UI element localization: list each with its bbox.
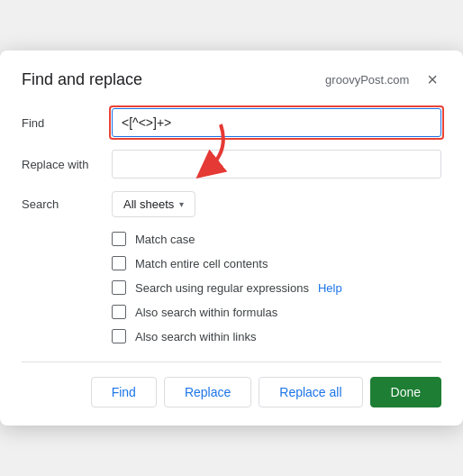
replace-with-row: Replace with xyxy=(22,150,441,178)
search-dropdown-label: All sheets xyxy=(123,197,174,211)
dialog-title: Find and replace xyxy=(22,70,142,89)
chevron-down-icon: ▾ xyxy=(179,199,184,209)
find-row: Find xyxy=(22,108,441,137)
watermark: groovyPost.com xyxy=(325,73,409,87)
find-replace-dialog: Find and replace groovyPost.com × Find R… xyxy=(0,50,463,426)
done-button[interactable]: Done xyxy=(370,377,441,407)
within-links-label: Also search within links xyxy=(135,330,256,343)
match-entire-label: Match entire cell contents xyxy=(135,257,268,270)
checkbox-within-formulas: Also search within formulas xyxy=(112,305,441,319)
checkbox-within-links: Also search within links xyxy=(112,329,441,343)
dialog-header: Find and replace groovyPost.com × xyxy=(22,69,441,90)
regex-checkbox[interactable] xyxy=(112,280,126,295)
replace-button[interactable]: Replace xyxy=(164,377,251,407)
find-button[interactable]: Find xyxy=(91,377,157,407)
checkbox-match-case: Match case xyxy=(112,232,441,246)
within-formulas-label: Also search within formulas xyxy=(135,306,277,319)
dialog-footer: Find Replace Replace all Done xyxy=(22,362,441,407)
close-button[interactable]: × xyxy=(423,69,441,90)
regex-help-link[interactable]: Help xyxy=(318,281,342,295)
match-entire-checkbox[interactable] xyxy=(112,256,126,270)
search-row: Search All sheets ▾ xyxy=(22,191,441,217)
search-dropdown[interactable]: All sheets ▾ xyxy=(112,191,195,217)
replace-with-input[interactable] xyxy=(112,150,441,178)
find-input-wrapper xyxy=(112,108,441,137)
within-links-checkbox[interactable] xyxy=(112,329,126,343)
checkbox-match-entire: Match entire cell contents xyxy=(112,256,441,270)
replace-all-button[interactable]: Replace all xyxy=(259,377,362,407)
match-case-checkbox[interactable] xyxy=(112,232,126,246)
checkboxes-group: Match case Match entire cell contents Se… xyxy=(112,232,441,343)
find-label: Find xyxy=(22,116,112,130)
regex-label: Search using regular expressions xyxy=(135,281,309,295)
within-formulas-checkbox[interactable] xyxy=(112,305,126,319)
replace-with-label: Replace with xyxy=(22,158,112,171)
search-label: Search xyxy=(22,197,112,211)
match-case-label: Match case xyxy=(135,233,195,246)
find-input[interactable] xyxy=(112,108,441,137)
checkbox-regex: Search using regular expressions Help xyxy=(112,280,441,295)
header-right: groovyPost.com × xyxy=(325,69,441,90)
